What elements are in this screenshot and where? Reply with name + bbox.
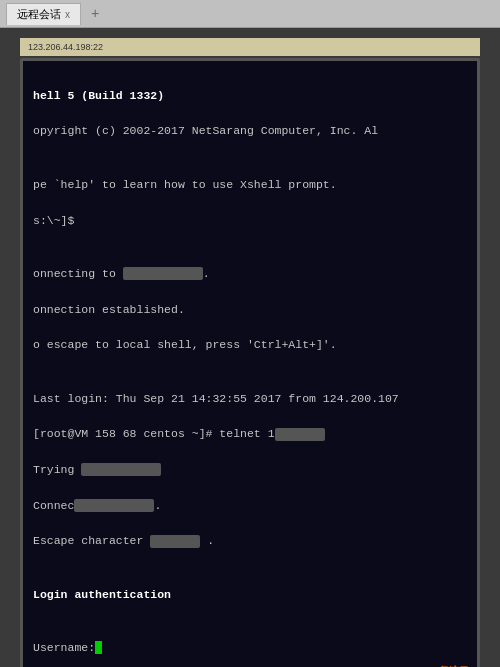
terminal-cursor [95,641,102,654]
blurred-char [150,535,200,548]
network-info-bar: 123.206.44.198:22 [20,38,480,56]
line13: Trying [33,463,161,476]
tab-close-icon[interactable]: x [65,9,70,20]
line15: Escape character . [33,534,214,547]
line7: onnecting to . [33,267,210,280]
monitor-outer: 123.206.44.198:22 hell 5 (Build 1332) op… [0,28,500,667]
line2: opyright (c) 2002-2017 NetSarang Compute… [33,124,378,137]
blurred-ip-3 [81,463,161,476]
tab-label: 远程会话 [17,7,61,22]
line11: Last login: Thu Sep 21 14:32:55 2017 fro… [33,392,399,405]
line1: hell 5 (Build 1332) [33,89,164,102]
terminal-output: hell 5 (Build 1332) opyright (c) 2002-20… [33,69,467,667]
blurred-ip-2 [275,428,325,441]
line17: Login authentication [33,588,171,601]
blurred-text-1 [74,499,154,512]
line4: pe `help' to learn how to use Xshell pro… [33,178,337,191]
line19: Username: [33,641,102,654]
watermark: 亿速云 [439,664,469,667]
network-ip: 123.206.44.198:22 [28,42,103,52]
line14: Connec . [33,499,161,512]
line8: onnection established. [33,303,185,316]
title-bar: 远程会话 x + [0,0,500,28]
tab-add-button[interactable]: + [83,3,107,25]
blurred-ip-1 [123,267,203,280]
terminal-screen[interactable]: hell 5 (Build 1332) opyright (c) 2002-20… [20,58,480,667]
line5: s:\~]$ [33,214,74,227]
line12: [root@VM 158 68 centos ~]# telnet 1 [33,427,325,440]
session-tab[interactable]: 远程会话 x [6,3,81,25]
line9: o escape to local shell, press 'Ctrl+Alt… [33,338,337,351]
